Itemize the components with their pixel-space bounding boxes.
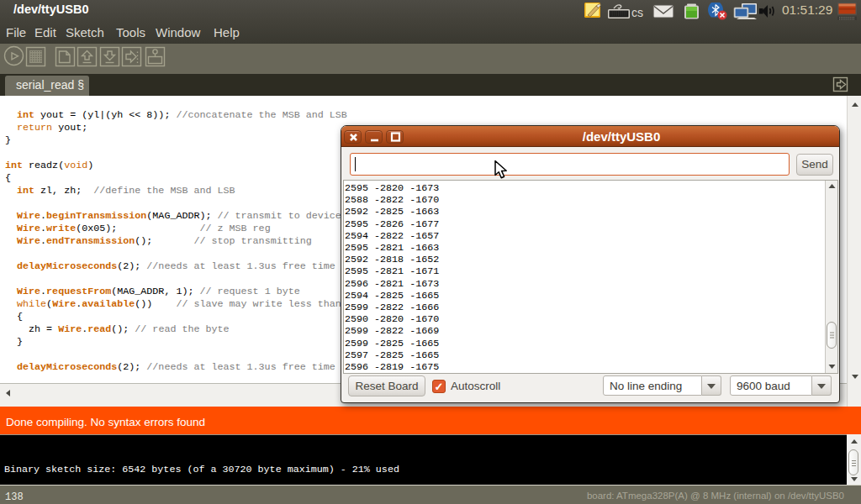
svg-text:01:51:29: 01:51:29: [782, 3, 832, 17]
svg-text:cs: cs: [631, 6, 643, 19]
